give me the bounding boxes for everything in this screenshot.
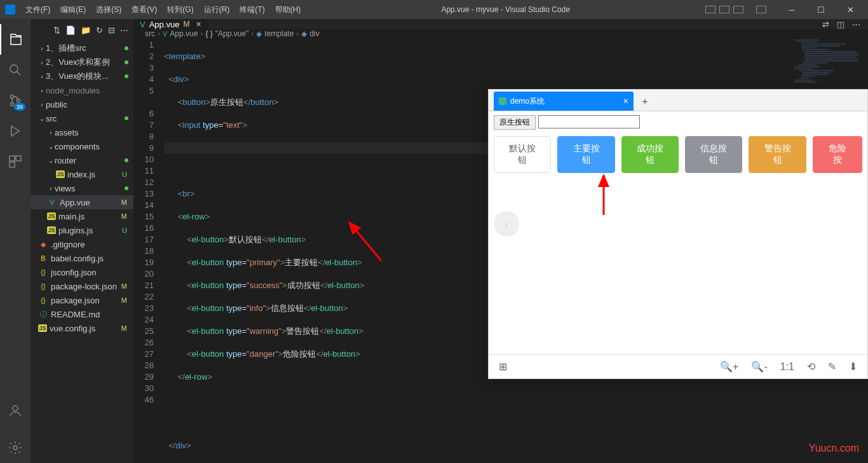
new-tab-button[interactable]: + — [636, 93, 654, 111]
download-icon[interactable]: ⬇ — [849, 361, 857, 373]
file-main-js[interactable]: JSmain.jsM — [31, 209, 133, 223]
tab-close-icon[interactable]: × — [623, 96, 628, 106]
maximize-button[interactable]: ☐ — [808, 0, 834, 19]
extensions-icon[interactable] — [0, 146, 31, 177]
layout-controls — [705, 6, 766, 13]
btn-success[interactable]: 成功按钮 — [621, 136, 679, 173]
folder-assets[interactable]: ›assets — [31, 125, 133, 139]
vue-icon: V — [140, 20, 146, 29]
menu-edit[interactable]: 编辑(E) — [55, 2, 91, 18]
file-index-js[interactable]: JSindex.jsU — [31, 167, 133, 181]
json-icon: {} — [38, 282, 48, 290]
git-icon: ◆ — [38, 240, 48, 249]
sort-icon[interactable]: ⇅ — [53, 25, 60, 35]
more-icon[interactable]: ⋯ — [120, 25, 128, 35]
line-numbers: 12345 678910 1112131415 1617181920 21222… — [133, 38, 164, 463]
browser-tab[interactable]: demo系统 × — [494, 92, 634, 111]
js-icon: JS — [47, 212, 56, 220]
file-plugins-js[interactable]: JSplugins.jsU — [31, 223, 133, 237]
folder-1[interactable]: ›1、插槽src — [31, 41, 133, 55]
collapse-icon[interactable]: ⊟ — [108, 25, 115, 35]
menu-go[interactable]: 转到(G) — [162, 2, 198, 18]
folder-components[interactable]: ⌄components — [31, 139, 133, 153]
explorer-icon[interactable] — [0, 24, 31, 55]
menu-file[interactable]: 文件(F) — [20, 2, 55, 18]
menu-help[interactable]: 帮助(H) — [270, 2, 306, 18]
btn-info[interactable]: 信息按钮 — [685, 136, 742, 173]
menu-view[interactable]: 查看(V) — [126, 2, 162, 18]
new-file-icon[interactable]: 📄 — [65, 25, 76, 35]
file-package[interactable]: {}package.jsonM — [31, 293, 133, 307]
menu-terminal[interactable]: 终端(T) — [234, 2, 269, 18]
settings-icon[interactable] — [0, 432, 31, 463]
file-vue-config[interactable]: JSvue.config.jsM — [31, 321, 133, 335]
svg-rect-6 — [16, 156, 21, 161]
run-debug-icon[interactable] — [0, 116, 31, 146]
folder-router[interactable]: ⌄router — [31, 153, 133, 167]
folder-2[interactable]: ›2、Vuex求和案例 — [31, 55, 133, 69]
tab-app-vue[interactable]: V App.vue M × — [133, 19, 208, 29]
layout-left-icon[interactable] — [705, 6, 715, 13]
zoom-in-icon[interactable]: 🔍+ — [720, 361, 738, 373]
element-button-row: 默认按钮 主要按钮 成功按钮 信息按钮 警告按钮 危险按 — [494, 136, 862, 173]
btn-warning[interactable]: 警告按钮 — [749, 136, 806, 173]
folder-public[interactable]: ›public — [31, 97, 133, 111]
search-icon[interactable] — [0, 55, 31, 85]
menu-selection[interactable]: 选择(S) — [91, 2, 126, 18]
file-tree: ›1、插槽src ›2、Vuex求和案例 ›3、Vuex的模块... ›node… — [31, 41, 133, 335]
more-icon[interactable]: ⋯ — [852, 20, 860, 29]
edit-icon[interactable]: ✎ — [828, 361, 836, 373]
info-icon: ⓘ — [38, 310, 48, 319]
js-icon: JS — [47, 226, 56, 234]
rotate-icon[interactable]: ⟲ — [807, 361, 815, 373]
native-input[interactable] — [538, 115, 640, 128]
svg-point-9 — [13, 446, 17, 450]
vscode-icon — [5, 4, 15, 15]
menu-bar: 文件(F) 编辑(E) 选择(S) 查看(V) 转到(G) 运行(R) 终端(T… — [20, 2, 306, 18]
preview-toolbar: ⊞ 🔍+ 🔍- 1:1 ⟲ ✎ ⬇ — [489, 354, 867, 378]
file-app-vue[interactable]: VApp.vueM — [31, 195, 133, 209]
actual-size-icon[interactable]: 1:1 — [780, 361, 794, 373]
compare-icon[interactable]: ⇄ — [822, 20, 829, 29]
file-babel[interactable]: Bbabel.config.js — [31, 251, 133, 265]
refresh-icon[interactable]: ↻ — [96, 25, 103, 35]
folder-3[interactable]: ›3、Vuex的模块... — [31, 69, 133, 83]
folder-views[interactable]: ›views — [31, 181, 133, 195]
carousel-prev-button[interactable]: ‹ — [494, 211, 519, 237]
json-icon: {} — [38, 296, 48, 304]
split-icon[interactable]: ◫ — [837, 20, 844, 29]
layout-custom-icon[interactable] — [756, 6, 766, 13]
menu-run[interactable]: 运行(R) — [199, 2, 235, 18]
file-readme[interactable]: ⓘREADME.md — [31, 307, 133, 321]
btn-danger[interactable]: 危险按 — [813, 136, 862, 173]
vue-icon — [499, 97, 506, 105]
new-folder-icon[interactable]: 📁 — [81, 25, 91, 35]
breadcrumbs[interactable]: src› VApp.vue› { } "App.vue"› ◈template›… — [133, 29, 868, 38]
svg-rect-7 — [10, 162, 15, 167]
accounts-icon[interactable] — [0, 396, 31, 426]
layout-right-icon[interactable] — [733, 6, 743, 13]
folder-node-modules[interactable]: ›node_modules — [31, 83, 133, 97]
cube-icon: ◈ — [256, 29, 262, 38]
folder-src[interactable]: ⌄src — [31, 111, 133, 125]
zoom-out-icon[interactable]: 🔍- — [751, 361, 767, 373]
js-icon: JS — [38, 324, 47, 332]
file-package-lock[interactable]: {}package-lock.jsonM — [31, 279, 133, 293]
file-jsconfig[interactable]: {}jsconfig.json — [31, 265, 133, 279]
explorer-header: ⇅ 📄 📁 ↻ ⊟ ⋯ — [31, 19, 133, 41]
tab-close-icon[interactable]: × — [196, 19, 201, 29]
browser-tabbar: demo系统 × + — [489, 90, 867, 111]
activity-bar: 39 — [0, 19, 31, 463]
browser-tab-title: demo系统 — [510, 96, 545, 107]
file-gitignore[interactable]: ◆.gitignore — [31, 237, 133, 251]
grid-icon[interactable]: ⊞ — [499, 361, 507, 373]
close-button[interactable]: ✕ — [837, 0, 863, 19]
btn-default[interactable]: 默认按钮 — [494, 136, 551, 173]
minimize-button[interactable]: ─ — [779, 0, 804, 19]
source-control-icon[interactable]: 39 — [0, 85, 31, 116]
svg-rect-5 — [10, 156, 15, 161]
js-icon: JS — [56, 170, 65, 178]
btn-primary[interactable]: 主要按钮 — [557, 136, 614, 173]
layout-bottom-icon[interactable] — [719, 6, 729, 13]
native-button[interactable]: 原生按钮 — [494, 115, 536, 130]
